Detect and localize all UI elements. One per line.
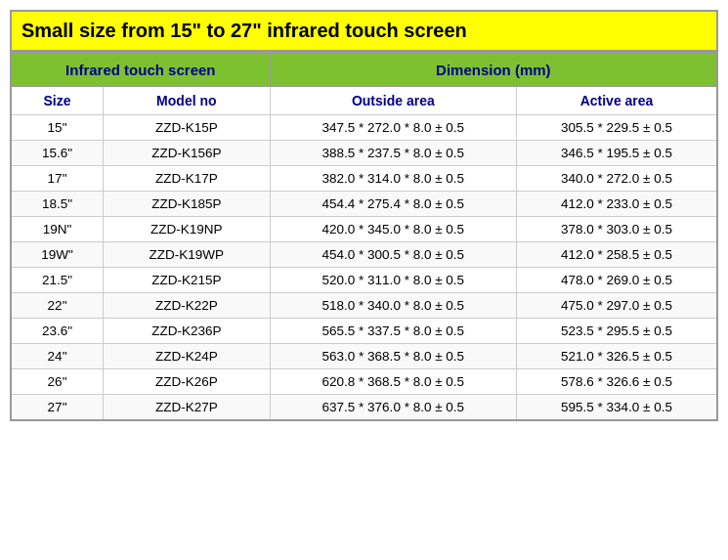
col-model: Model no — [104, 87, 271, 115]
table-row: 19W"ZZD-K19WP454.0 * 300.5 * 8.0 ± 0.541… — [11, 242, 717, 268]
cell-model: ZZD-K19NP — [104, 217, 271, 242]
table-row: 15.6"ZZD-K156P388.5 * 237.5 * 8.0 ± 0.53… — [11, 141, 717, 166]
table-header-row-1: Infrared touch screen Dimension (mm) — [11, 53, 717, 87]
table-row: 17"ZZD-K17P382.0 * 314.0 * 8.0 ± 0.5340.… — [11, 166, 717, 192]
cell-outside: 347.5 * 272.0 * 8.0 ± 0.5 — [270, 115, 516, 141]
cell-size: 18.5" — [11, 192, 104, 217]
cell-active: 340.0 * 272.0 ± 0.5 — [517, 166, 717, 192]
cell-active: 305.5 * 229.5 ± 0.5 — [517, 115, 717, 141]
cell-size: 26" — [11, 369, 104, 395]
table-header-row-2: Size Model no Outside area Active area — [11, 87, 717, 115]
cell-active: 578.6 * 326.6 ± 0.5 — [517, 369, 717, 395]
cell-model: ZZD-K26P — [104, 369, 271, 395]
col-outside: Outside area — [270, 87, 516, 115]
cell-model: ZZD-K19WP — [104, 242, 271, 268]
cell-size: 19N" — [11, 217, 104, 242]
cell-outside: 420.0 * 345.0 * 8.0 ± 0.5 — [270, 217, 516, 242]
cell-model: ZZD-K24P — [104, 344, 271, 369]
cell-size: 15.6" — [11, 141, 104, 166]
header-infrared: Infrared touch screen — [11, 53, 270, 87]
cell-active: 346.5 * 195.5 ± 0.5 — [517, 141, 717, 166]
cell-size: 15" — [11, 115, 104, 141]
cell-model: ZZD-K236P — [104, 319, 271, 344]
cell-model: ZZD-K215P — [104, 268, 271, 293]
header-dimension: Dimension (mm) — [270, 53, 717, 87]
cell-size: 24" — [11, 344, 104, 369]
page-title: Small size from 15" to 27" infrared touc… — [10, 10, 718, 52]
cell-outside: 454.0 * 300.5 * 8.0 ± 0.5 — [270, 242, 516, 268]
cell-outside: 637.5 * 376.0 * 8.0 ± 0.5 — [270, 395, 516, 421]
cell-outside: 563.0 * 368.5 * 8.0 ± 0.5 — [270, 344, 516, 369]
cell-outside: 388.5 * 237.5 * 8.0 ± 0.5 — [270, 141, 516, 166]
table-row: 26"ZZD-K26P620.8 * 368.5 * 8.0 ± 0.5578.… — [11, 369, 717, 395]
cell-size: 21.5" — [11, 268, 104, 293]
cell-model: ZZD-K27P — [104, 395, 271, 421]
cell-outside: 518.0 * 340.0 * 8.0 ± 0.5 — [270, 293, 516, 319]
cell-model: ZZD-K185P — [104, 192, 271, 217]
table-body: 15"ZZD-K15P347.5 * 272.0 * 8.0 ± 0.5305.… — [11, 115, 717, 421]
table-row: 22"ZZD-K22P518.0 * 340.0 * 8.0 ± 0.5475.… — [11, 293, 717, 319]
table-row: 23.6"ZZD-K236P565.5 * 337.5 * 8.0 ± 0.55… — [11, 319, 717, 344]
cell-model: ZZD-K17P — [104, 166, 271, 192]
cell-active: 378.0 * 303.0 ± 0.5 — [517, 217, 717, 242]
cell-model: ZZD-K156P — [104, 141, 271, 166]
col-active: Active area — [517, 87, 717, 115]
cell-active: 478.0 * 269.0 ± 0.5 — [517, 268, 717, 293]
cell-active: 412.0 * 233.0 ± 0.5 — [517, 192, 717, 217]
cell-outside: 565.5 * 337.5 * 8.0 ± 0.5 — [270, 319, 516, 344]
cell-size: 19W" — [11, 242, 104, 268]
cell-size: 23.6" — [11, 319, 104, 344]
cell-size: 27" — [11, 395, 104, 421]
table-row: 27"ZZD-K27P637.5 * 376.0 * 8.0 ± 0.5595.… — [11, 395, 717, 421]
cell-outside: 620.8 * 368.5 * 8.0 ± 0.5 — [270, 369, 516, 395]
cell-outside: 454.4 * 275.4 * 8.0 ± 0.5 — [270, 192, 516, 217]
cell-active: 523.5 * 295.5 ± 0.5 — [517, 319, 717, 344]
cell-size: 22" — [11, 293, 104, 319]
cell-outside: 382.0 * 314.0 * 8.0 ± 0.5 — [270, 166, 516, 192]
cell-model: ZZD-K22P — [104, 293, 271, 319]
table-row: 18.5"ZZD-K185P454.4 * 275.4 * 8.0 ± 0.54… — [11, 192, 717, 217]
cell-active: 521.0 * 326.5 ± 0.5 — [517, 344, 717, 369]
col-size: Size — [11, 87, 104, 115]
table-row: 15"ZZD-K15P347.5 * 272.0 * 8.0 ± 0.5305.… — [11, 115, 717, 141]
cell-model: ZZD-K15P — [104, 115, 271, 141]
main-table: Infrared touch screen Dimension (mm) Siz… — [10, 52, 718, 421]
cell-size: 17" — [11, 166, 104, 192]
cell-active: 475.0 * 297.0 ± 0.5 — [517, 293, 717, 319]
cell-outside: 520.0 * 311.0 * 8.0 ± 0.5 — [270, 268, 516, 293]
cell-active: 412.0 * 258.5 ± 0.5 — [517, 242, 717, 268]
table-row: 24"ZZD-K24P563.0 * 368.5 * 8.0 ± 0.5521.… — [11, 344, 717, 369]
table-row: 21.5"ZZD-K215P520.0 * 311.0 * 8.0 ± 0.54… — [11, 268, 717, 293]
cell-active: 595.5 * 334.0 ± 0.5 — [517, 395, 717, 421]
table-row: 19N"ZZD-K19NP420.0 * 345.0 * 8.0 ± 0.537… — [11, 217, 717, 242]
